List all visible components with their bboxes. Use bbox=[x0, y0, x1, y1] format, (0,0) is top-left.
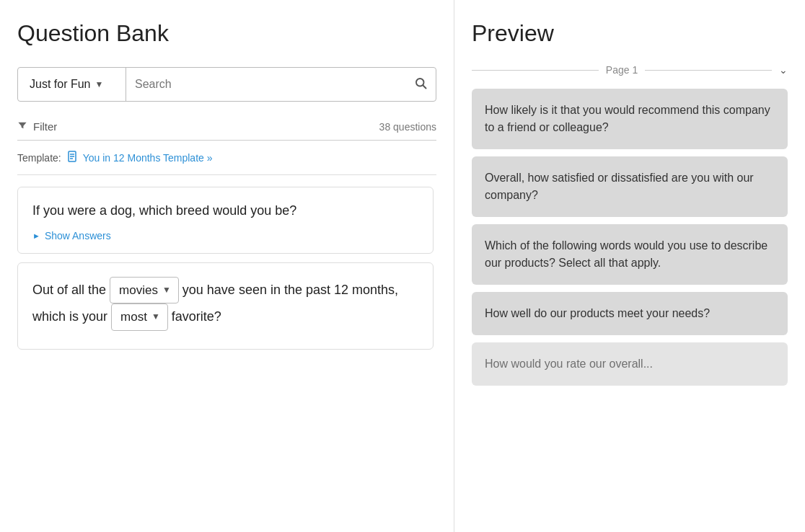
svg-line-1 bbox=[423, 85, 426, 88]
search-button[interactable] bbox=[414, 76, 427, 93]
preview-q2: Overall, how satisfied or dissatisfied a… bbox=[485, 172, 754, 201]
show-answers-arrow-icon: ► bbox=[32, 231, 40, 240]
question-card: If you were a dog, which breed would you… bbox=[17, 187, 434, 254]
movies-value: movies bbox=[119, 280, 158, 300]
search-input[interactable] bbox=[135, 78, 414, 91]
template-link[interactable]: You in 12 Months Template » bbox=[83, 152, 213, 164]
movies-dropdown[interactable]: movies ▼ bbox=[110, 277, 179, 303]
show-answers-label: Show Answers bbox=[45, 230, 111, 241]
page-label: Page 1 bbox=[606, 64, 638, 76]
question-text-1: If you were a dog, which breed would you… bbox=[32, 202, 418, 220]
inline-text-1: Out of all the bbox=[32, 283, 110, 298]
right-panel: Preview Page 1 ⌄ How likely is it that y… bbox=[454, 0, 805, 532]
preview-card[interactable]: Which of the following words would you u… bbox=[472, 224, 788, 285]
template-label: Template: bbox=[17, 152, 61, 164]
preview-questions: How likely is it that you would recommen… bbox=[472, 89, 788, 532]
question-card-inline: Out of all the movies ▼ you have seen in… bbox=[17, 262, 434, 349]
page-line-right bbox=[645, 70, 772, 71]
inline-text-3: favorite? bbox=[172, 310, 221, 324]
preview-q1: How likely is it that you would recommen… bbox=[485, 104, 770, 133]
most-dropdown-arrow: ▼ bbox=[151, 310, 160, 324]
svg-point-0 bbox=[416, 79, 424, 87]
inline-question-text: Out of all the movies ▼ you have seen in… bbox=[32, 278, 418, 331]
questions-list: If you were a dog, which breed would you… bbox=[17, 187, 436, 532]
preview-q5: How would you rate our overall... bbox=[485, 358, 653, 370]
preview-card[interactable]: How likely is it that you would recommen… bbox=[472, 89, 788, 149]
preview-title: Preview bbox=[472, 20, 788, 47]
search-bar: Just for Fun ▼ bbox=[17, 67, 436, 102]
filter-icon bbox=[17, 120, 27, 133]
page-title: Question Bank bbox=[17, 20, 436, 47]
preview-q3: Which of the following words would you u… bbox=[485, 239, 767, 269]
preview-card[interactable]: Overall, how satisfied or dissatisfied a… bbox=[472, 156, 788, 217]
category-label: Just for Fun bbox=[30, 78, 90, 91]
movies-dropdown-arrow: ▼ bbox=[162, 283, 171, 297]
filter-button[interactable]: Filter bbox=[17, 120, 57, 133]
preview-q4: How well do our products meet your needs… bbox=[485, 307, 710, 319]
category-dropdown-arrow: ▼ bbox=[94, 79, 103, 89]
category-dropdown[interactable]: Just for Fun ▼ bbox=[18, 68, 126, 101]
left-panel: Question Bank Just for Fun ▼ Filter bbox=[0, 0, 454, 532]
page-chevron-icon[interactable]: ⌄ bbox=[779, 64, 788, 76]
template-icon bbox=[67, 151, 77, 164]
page-indicator: Page 1 ⌄ bbox=[472, 64, 788, 76]
template-row: Template: You in 12 Months Template » bbox=[17, 151, 436, 175]
questions-count: 38 questions bbox=[379, 121, 436, 133]
most-value: most bbox=[120, 307, 147, 327]
show-answers-button[interactable]: ► Show Answers bbox=[32, 230, 111, 241]
search-icon bbox=[414, 76, 427, 89]
filter-label: Filter bbox=[33, 120, 57, 133]
search-input-wrapper bbox=[126, 68, 436, 101]
page-line-left bbox=[472, 70, 599, 71]
preview-card[interactable]: How would you rate our overall... bbox=[472, 342, 788, 386]
filter-row: Filter 38 questions bbox=[17, 113, 436, 141]
most-dropdown[interactable]: most ▼ bbox=[111, 303, 168, 330]
preview-card[interactable]: How well do our products meet your needs… bbox=[472, 292, 788, 335]
